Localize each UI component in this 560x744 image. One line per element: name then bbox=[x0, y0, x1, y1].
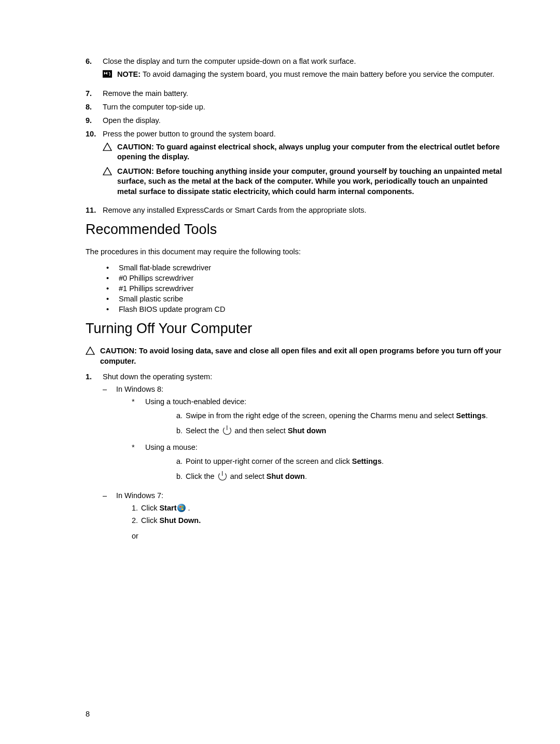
letter-text: Click the and select Shut down. bbox=[186, 472, 307, 481]
step-num: 1. bbox=[86, 373, 103, 543]
caution-text: CAUTION: To avoid losing data, save and … bbox=[100, 346, 506, 366]
num-text: Click Shut Down. bbox=[141, 516, 201, 525]
step-9: 9. Open the display. bbox=[86, 116, 506, 125]
step-num: 10. bbox=[86, 130, 103, 201]
tools-list: •Small flat-blade screwdriver •#0 Philli… bbox=[106, 264, 506, 313]
touch-label: Using a touch-enabled device: bbox=[145, 397, 506, 406]
item-text: Small plastic scribe bbox=[119, 295, 183, 303]
dash-item-win7: – In Windows 7: 1. Click Start . 2. Clic… bbox=[103, 491, 506, 540]
caution-icon bbox=[86, 346, 100, 366]
note-body: To avoid damaging the system board, you … bbox=[141, 70, 494, 78]
letter-item-a: a. Point to upper-right corner of the sc… bbox=[176, 457, 506, 466]
bullet-icon: • bbox=[106, 305, 119, 313]
list-item: •Small plastic scribe bbox=[106, 295, 506, 303]
step-text: Open the display. bbox=[103, 116, 506, 125]
step-text: Remove the main battery. bbox=[103, 89, 506, 98]
dash-icon: – bbox=[103, 491, 116, 540]
letter-text: Point to upper-right corner of the scree… bbox=[186, 457, 384, 466]
letter-item-a: a. Swipe in from the right edge of the s… bbox=[176, 411, 506, 421]
power-icon bbox=[223, 426, 231, 435]
step-text: Close the display and turn the computer … bbox=[103, 57, 506, 65]
step-text: Remove any installed ExpressCards or Sma… bbox=[103, 206, 506, 214]
dash-icon: – bbox=[103, 385, 116, 487]
step-6: 6. Close the display and turn the comput… bbox=[86, 57, 506, 84]
step-body: Press the power button to ground the sys… bbox=[103, 130, 506, 201]
num-item-1: 1. Click Start . bbox=[132, 504, 506, 512]
star-icon: * bbox=[132, 443, 145, 485]
dash-body: In Windows 8: * Using a touch-enabled de… bbox=[116, 385, 506, 487]
tools-intro: The procedures in this document may requ… bbox=[86, 247, 506, 257]
bullet-icon: • bbox=[106, 264, 119, 272]
caution-body: To avoid losing data, save and close all… bbox=[100, 347, 501, 365]
win8-label: In Windows 8: bbox=[116, 385, 506, 393]
num-mark: 2. bbox=[132, 516, 141, 525]
note-callout: NOTE: To avoid damaging the system board… bbox=[103, 70, 506, 80]
caution-body: To guard against electrical shock, alway… bbox=[117, 143, 500, 161]
caution-icon bbox=[103, 167, 117, 197]
caution-icon bbox=[103, 142, 117, 162]
win7-label: In Windows 7: bbox=[116, 491, 506, 500]
caution-label: CAUTION: bbox=[117, 143, 156, 151]
step-10: 10. Press the power button to ground the… bbox=[86, 130, 506, 201]
num-text: Click Start . bbox=[141, 504, 190, 512]
bullet-icon: • bbox=[106, 274, 119, 282]
step-num: 9. bbox=[86, 116, 103, 125]
letter-mark: a. bbox=[176, 411, 186, 421]
star-item-touch: * Using a touch-enabled device: a. Swipe… bbox=[132, 397, 506, 439]
num-item-2: 2. Click Shut Down. bbox=[132, 516, 506, 525]
caution-body: Before touching anything inside your com… bbox=[117, 167, 502, 196]
step-7: 7. Remove the main battery. bbox=[86, 89, 506, 98]
letter-text: Select the and then select Shut down bbox=[186, 426, 326, 436]
start-orb-icon bbox=[177, 504, 186, 512]
step-text: Press the power button to ground the sys… bbox=[103, 130, 506, 138]
list-item: •Flash BIOS update program CD bbox=[106, 305, 506, 313]
heading-turning-off: Turning Off Your Computer bbox=[86, 321, 506, 337]
letter-mark: b. bbox=[176, 426, 186, 436]
page-number: 8 bbox=[86, 710, 90, 718]
caution-callout: CAUTION: To avoid losing data, save and … bbox=[86, 346, 506, 366]
power-icon bbox=[218, 472, 227, 480]
list-item: •#1 Phillips screwdriver bbox=[106, 284, 506, 293]
letter-text: Swipe in from the right edge of the scre… bbox=[186, 411, 488, 421]
heading-recommended-tools: Recommended Tools bbox=[86, 222, 506, 238]
star-item-mouse: * Using a mouse: a. Point to upper-right… bbox=[132, 443, 506, 485]
step-body: Shut down the operating system: – In Win… bbox=[103, 373, 506, 543]
num-mark: 1. bbox=[132, 504, 141, 512]
list-item: •#0 Phillips screwdriver bbox=[106, 274, 506, 282]
step-num: 6. bbox=[86, 57, 103, 84]
step-num: 8. bbox=[86, 103, 103, 111]
mouse-label: Using a mouse: bbox=[145, 443, 506, 451]
caution-text: CAUTION: To guard against electrical sho… bbox=[117, 142, 506, 162]
step-11: 11. Remove any installed ExpressCards or… bbox=[86, 206, 506, 214]
caution-text: CAUTION: Before touching anything inside… bbox=[117, 167, 506, 197]
letter-mark: a. bbox=[176, 457, 186, 466]
note-text: NOTE: To avoid damaging the system board… bbox=[117, 70, 506, 80]
note-icon bbox=[103, 70, 117, 80]
star-icon: * bbox=[132, 397, 145, 439]
caution-label: CAUTION: bbox=[100, 347, 139, 355]
item-text: Small flat-blade screwdriver bbox=[119, 264, 211, 272]
star-body: Using a touch-enabled device: a. Swipe i… bbox=[145, 397, 506, 439]
letter-item-b: b. Click the and select Shut down. bbox=[176, 472, 506, 481]
letter-item-b: b. Select the and then select Shut down bbox=[176, 426, 506, 436]
note-label: NOTE: bbox=[117, 70, 141, 78]
list-item: •Small flat-blade screwdriver bbox=[106, 264, 506, 272]
dash-item-win8: – In Windows 8: * Using a touch-enabled … bbox=[103, 385, 506, 487]
step-text: Turn the computer top-side up. bbox=[103, 103, 506, 111]
item-text: #1 Phillips screwdriver bbox=[119, 284, 193, 293]
caution-callout: CAUTION: To guard against electrical sho… bbox=[103, 142, 506, 162]
item-text: Flash BIOS update program CD bbox=[119, 305, 226, 313]
or-text: or bbox=[132, 532, 506, 540]
dash-body: In Windows 7: 1. Click Start . 2. Click … bbox=[116, 491, 506, 540]
turnoff-step-1: 1. Shut down the operating system: – In … bbox=[86, 373, 506, 543]
bullet-icon: • bbox=[106, 284, 119, 293]
step-num: 7. bbox=[86, 89, 103, 98]
step-text: Shut down the operating system: bbox=[103, 373, 506, 381]
star-body: Using a mouse: a. Point to upper-right c… bbox=[145, 443, 506, 485]
caution-callout: CAUTION: Before touching anything inside… bbox=[103, 167, 506, 197]
bullet-icon: • bbox=[106, 295, 119, 303]
step-num: 11. bbox=[86, 206, 103, 214]
caution-label: CAUTION: bbox=[117, 167, 156, 175]
item-text: #0 Phillips screwdriver bbox=[119, 274, 193, 282]
step-8: 8. Turn the computer top-side up. bbox=[86, 103, 506, 111]
